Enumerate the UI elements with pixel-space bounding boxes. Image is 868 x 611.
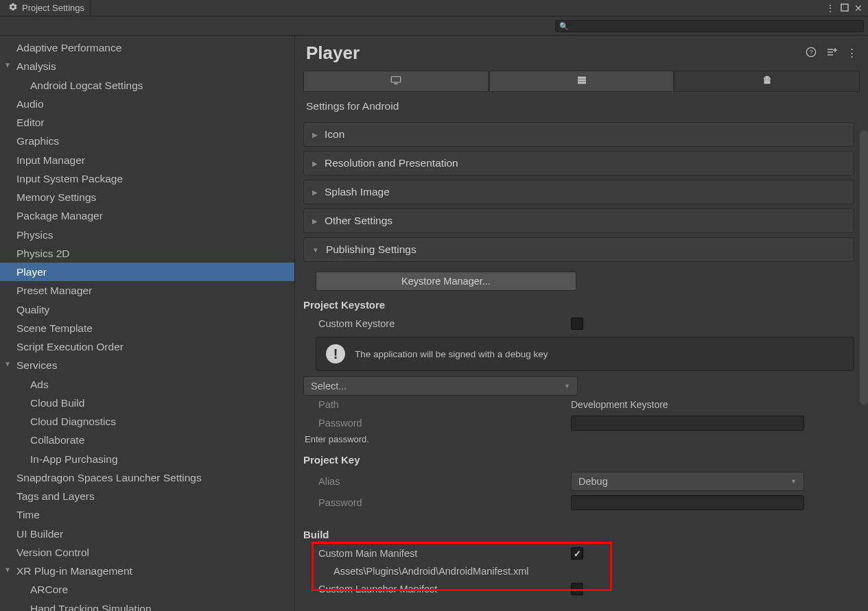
- keystore-select-dropdown[interactable]: Select... ▼: [303, 376, 578, 396]
- sidebar-item-label: Collaborate: [30, 434, 84, 446]
- foldout-icon[interactable]: ▶Icon: [303, 122, 854, 147]
- searchbar: 🔍: [0, 16, 868, 36]
- sidebar-item-preset-manager[interactable]: Preset Manager: [0, 281, 294, 300]
- preset-icon[interactable]: [826, 47, 837, 60]
- sidebar-item-label: Quality: [16, 304, 49, 315]
- svg-rect-13: [578, 82, 586, 84]
- chevron-down-icon: ▼: [4, 359, 11, 369]
- foldout-splash[interactable]: ▶Splash Image: [303, 180, 854, 204]
- info-box: ! The application will be signed with a …: [316, 337, 854, 371]
- sidebar-item-cloud-diagnostics[interactable]: Cloud Diagnostics: [0, 412, 294, 431]
- help-icon[interactable]: ?: [806, 47, 817, 60]
- sidebar-item-package-manager[interactable]: Package Manager: [0, 206, 294, 225]
- keystore-manager-button[interactable]: Keystore Manager...: [316, 272, 576, 291]
- gear-icon: [8, 2, 18, 14]
- build-header: Build: [303, 526, 854, 544]
- sidebar-item-physics[interactable]: Physics: [0, 226, 294, 244]
- sidebar-item-snapdragon-spaces-launcher-settings[interactable]: Snapdragon Spaces Launcher Settings: [0, 468, 294, 487]
- settings-scroll: Settings for Android ▶Icon ▶Resolution a…: [295, 96, 868, 611]
- chevron-right-icon: ▶: [312, 217, 318, 225]
- chevron-down-icon: ▼: [4, 60, 11, 70]
- platform-tab-standalone[interactable]: [303, 71, 489, 92]
- info-icon: !: [326, 344, 345, 363]
- main-panel: Player ? ⋮ Settin: [295, 36, 868, 611]
- sidebar-item-ui-builder[interactable]: UI Builder: [0, 525, 294, 543]
- svg-point-15: [769, 77, 769, 78]
- svg-rect-0: [841, 4, 848, 11]
- sidebar-item-ads[interactable]: Ads: [0, 375, 294, 394]
- sidebar-item-script-execution-order[interactable]: Script Execution Order: [0, 337, 294, 356]
- custom-launcher-manifest-checkbox[interactable]: [571, 583, 583, 595]
- settings-sidebar: Adaptive Performance▼AnalysisAndroid Log…: [0, 36, 295, 611]
- sidebar-item-cloud-build[interactable]: Cloud Build: [0, 394, 294, 412]
- foldout-resolution[interactable]: ▶Resolution and Presentation: [303, 151, 854, 176]
- custom-keystore-label: Custom Keystore: [303, 318, 571, 329]
- sidebar-item-input-system-package[interactable]: Input System Package: [0, 169, 294, 188]
- sidebar-item-label: Package Manager: [16, 210, 103, 221]
- sidebar-item-physics-2d[interactable]: Physics 2D: [0, 244, 294, 263]
- sidebar-item-services[interactable]: ▼Services: [0, 356, 294, 374]
- menu-icon[interactable]: ⋮: [825, 3, 835, 14]
- maximize-icon[interactable]: [841, 3, 849, 14]
- sidebar-item-hand-tracking-simulation[interactable]: Hand Tracking Simulation: [0, 599, 294, 612]
- more-icon[interactable]: ⋮: [847, 47, 857, 60]
- keystore-password-field[interactable]: [571, 416, 804, 431]
- sidebar-item-label: Cloud Diagnostics: [30, 416, 116, 427]
- enter-password-hint: Enter password.: [303, 433, 854, 451]
- foldout-publishing[interactable]: ▼Publishing Settings: [303, 237, 854, 262]
- chevron-right-icon: ▶: [312, 131, 318, 139]
- sidebar-item-input-manager[interactable]: Input Manager: [0, 151, 294, 169]
- sidebar-item-label: Android Logcat Settings: [30, 80, 143, 91]
- custom-main-manifest-checkbox[interactable]: [571, 547, 583, 560]
- sidebar-item-audio[interactable]: Audio: [0, 95, 294, 113]
- sidebar-item-android-logcat-settings[interactable]: Android Logcat Settings: [0, 76, 294, 95]
- custom-launcher-manifest-label: Custom Launcher Manifest: [303, 584, 571, 595]
- alias-dropdown[interactable]: Debug ▼: [571, 472, 804, 491]
- chevron-down-icon: ▼: [790, 478, 797, 485]
- platform-tab-android[interactable]: [675, 71, 860, 92]
- password-label: Password: [303, 418, 571, 429]
- sidebar-item-label: Analysis: [16, 60, 56, 72]
- scrollbar[interactable]: [860, 130, 868, 405]
- sidebar-item-memory-settings[interactable]: Memory Settings: [0, 188, 294, 206]
- platform-tab-server[interactable]: [489, 71, 675, 92]
- sidebar-item-label: Hand Tracking Simulation: [30, 603, 152, 612]
- sidebar-item-label: Ads: [30, 379, 49, 390]
- svg-point-14: [765, 77, 766, 78]
- project-key-header: Project Key: [303, 451, 854, 470]
- sidebar-item-tags-and-layers[interactable]: Tags and Layers: [0, 487, 294, 505]
- sidebar-item-label: Tags and Layers: [16, 490, 95, 502]
- svg-rect-11: [578, 77, 586, 79]
- page-title: Player: [306, 43, 360, 64]
- sidebar-item-label: Physics 2D: [16, 248, 70, 259]
- svg-rect-12: [578, 80, 586, 82]
- chevron-down-icon: ▼: [4, 564, 11, 575]
- foldout-other[interactable]: ▶Other Settings: [303, 208, 854, 233]
- sidebar-item-version-control[interactable]: Version Control: [0, 543, 294, 562]
- chevron-right-icon: ▶: [312, 160, 318, 167]
- search-input[interactable]: [555, 20, 864, 32]
- sidebar-item-time[interactable]: Time: [0, 505, 294, 524]
- sidebar-item-graphics[interactable]: Graphics: [0, 132, 294, 150]
- chevron-right-icon: ▶: [312, 189, 318, 196]
- sidebar-item-xr-plug-in-management[interactable]: ▼XR Plug-in Management: [0, 562, 294, 580]
- sidebar-item-analysis[interactable]: ▼Analysis: [0, 57, 294, 75]
- sidebar-item-label: Adaptive Performance: [16, 42, 121, 53]
- sidebar-item-adaptive-performance[interactable]: Adaptive Performance: [0, 38, 294, 57]
- chevron-down-icon: ▼: [312, 246, 319, 254]
- key-password-field[interactable]: [571, 495, 804, 510]
- custom-keystore-checkbox[interactable]: [571, 318, 583, 330]
- sidebar-item-arcore[interactable]: ARCore: [0, 580, 294, 599]
- sidebar-item-editor[interactable]: Editor: [0, 113, 294, 132]
- sidebar-item-player[interactable]: Player: [0, 263, 294, 281]
- window-tab[interactable]: Project Settings: [3, 0, 91, 16]
- path-label: Path: [303, 399, 571, 410]
- sidebar-item-quality[interactable]: Quality: [0, 300, 294, 319]
- sidebar-item-scene-template[interactable]: Scene Template: [0, 319, 294, 337]
- sidebar-item-in-app-purchasing[interactable]: In-App Purchasing: [0, 450, 294, 468]
- svg-rect-8: [391, 77, 401, 82]
- sidebar-item-collaborate[interactable]: Collaborate: [0, 431, 294, 449]
- project-keystore-header: Project Keystore: [303, 296, 854, 315]
- sidebar-item-label: UI Builder: [16, 528, 63, 540]
- close-icon[interactable]: ✕: [854, 3, 863, 14]
